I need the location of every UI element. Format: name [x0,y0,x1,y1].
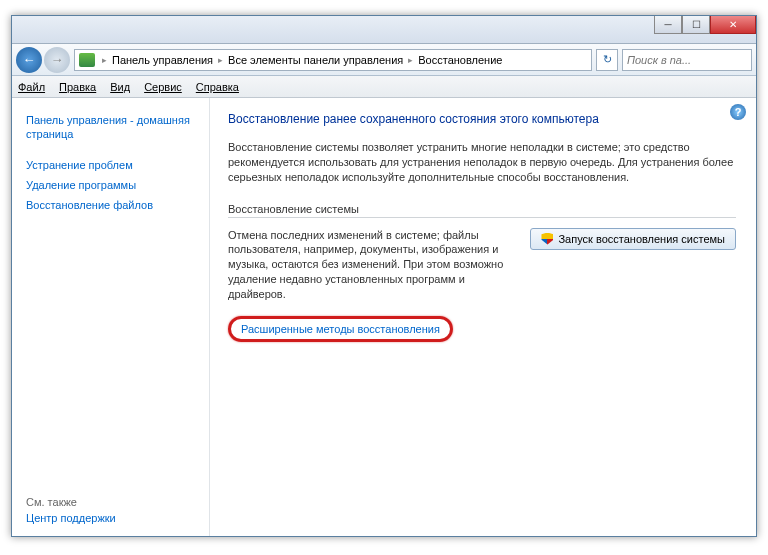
control-panel-icon [79,53,95,67]
sidebar: Панель управления - домашняя страница Ус… [12,98,210,536]
window-frame: ─ ☐ ✕ ← → ▸ Панель управления ▸ Все элем… [11,15,757,537]
menu-help[interactable]: Справка [196,81,239,93]
start-system-restore-button[interactable]: Запуск восстановления системы [530,228,736,250]
page-title: Восстановление ранее сохраненного состоя… [228,112,736,126]
breadcrumb[interactable]: Все элементы панели управления [226,54,405,66]
sidebar-support-link[interactable]: Центр поддержки [26,508,199,528]
refresh-button[interactable]: ↻ [596,49,618,71]
menu-file[interactable]: Файл [18,81,45,93]
titlebar: ─ ☐ ✕ [12,16,756,44]
shield-icon [541,233,553,245]
sidebar-link-recover-files[interactable]: Восстановление файлов [26,195,199,215]
minimize-button[interactable]: ─ [654,16,682,34]
help-icon[interactable]: ? [730,104,746,120]
chevron-right-icon: ▸ [99,55,110,65]
intro-text: Восстановление системы позволяет устрани… [228,140,736,185]
close-button[interactable]: ✕ [710,16,756,34]
see-also-label: См. также [26,486,199,508]
chevron-right-icon: ▸ [405,55,416,65]
restore-description: Отмена последних изменений в системе; фа… [228,228,512,302]
menubar: Файл Правка Вид Сервис Справка [12,76,756,98]
navbar: ← → ▸ Панель управления ▸ Все элементы п… [12,44,756,76]
maximize-button[interactable]: ☐ [682,16,710,34]
main-content: ? Восстановление ранее сохраненного сост… [210,98,756,536]
annotation-highlight: Расширенные методы восстановления [228,316,453,342]
button-label: Запуск восстановления системы [558,233,725,245]
sidebar-link-troubleshoot[interactable]: Устранение проблем [26,155,199,175]
forward-button[interactable]: → [44,47,70,73]
sidebar-link-uninstall[interactable]: Удаление программы [26,175,199,195]
menu-edit[interactable]: Правка [59,81,96,93]
back-button[interactable]: ← [16,47,42,73]
breadcrumb[interactable]: Восстановление [416,54,504,66]
breadcrumb[interactable]: Панель управления [110,54,215,66]
search-input[interactable] [622,49,752,71]
menu-tools[interactable]: Сервис [144,81,182,93]
sidebar-home-link[interactable]: Панель управления - домашняя страница [26,110,199,145]
menu-view[interactable]: Вид [110,81,130,93]
advanced-recovery-link[interactable]: Расширенные методы восстановления [241,323,440,335]
section-heading: Восстановление системы [228,203,736,218]
address-bar[interactable]: ▸ Панель управления ▸ Все элементы панел… [74,49,592,71]
chevron-right-icon: ▸ [215,55,226,65]
